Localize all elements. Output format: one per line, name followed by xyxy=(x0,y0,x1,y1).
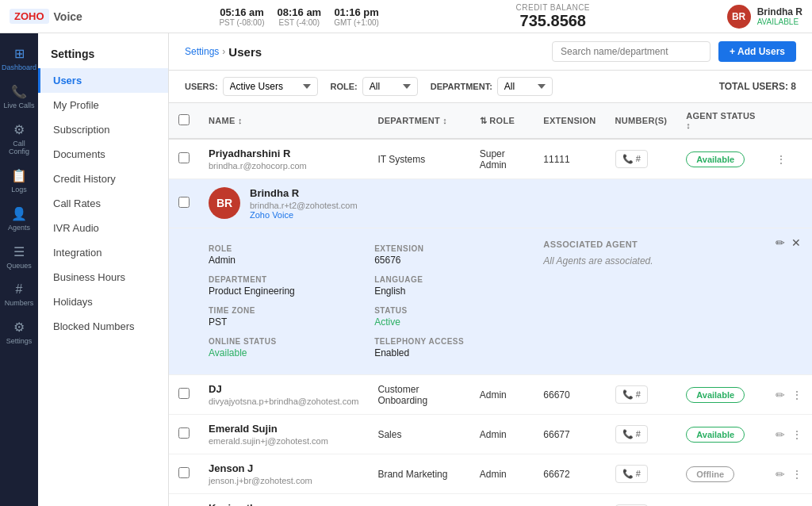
sidebar-label-queues: Queues xyxy=(6,262,32,270)
topbar: ZOHO Voice 05:16 am PST (-08:00) 08:16 a… xyxy=(0,0,812,33)
expanded-detail-row: ROLE Admin EXTENSION 65676 DEPARTMENT Pr… xyxy=(169,228,812,375)
filters-bar: USERS: Active Users Inactive Users All U… xyxy=(169,71,812,103)
role-jenson: Admin xyxy=(470,454,534,494)
language-value: English xyxy=(374,286,524,297)
user-info[interactable]: BR Brindha R AVAILABLE xyxy=(727,5,802,29)
add-users-button[interactable]: + Add Users xyxy=(718,41,796,62)
sidebar-label-numbers: Numbers xyxy=(5,299,34,307)
edit-icon-dj[interactable]: ✏ xyxy=(776,389,785,401)
live-calls-icon: 📞 xyxy=(11,84,27,99)
gmt-value: 01:16 pm xyxy=(334,6,379,18)
row-checkbox-jenson[interactable] xyxy=(178,467,190,478)
expanded-email: brindha.r+t2@zohotest.com xyxy=(250,201,358,210)
number-btn-emerald[interactable]: 📞 # xyxy=(615,425,648,443)
sidebar-item-logs[interactable]: 📋 Logs xyxy=(0,162,38,200)
edit-icon-emerald[interactable]: ✏ xyxy=(776,428,785,441)
col-actions xyxy=(766,103,812,139)
leftnav-item-users[interactable]: Users xyxy=(38,68,168,93)
user-name: Brindha R xyxy=(757,6,802,17)
row-checkbox-brindha[interactable] xyxy=(178,197,190,208)
sidebar-item-live-calls[interactable]: 📞 Live Calls xyxy=(0,78,38,116)
leftnav-item-my-profile[interactable]: My Profile xyxy=(38,93,168,117)
users-table: NAME ↕ DEPARTMENT ↕ ⇅ ROLE EXTENSION NUM… xyxy=(169,103,812,506)
leftnav-item-call-rates[interactable]: Call Rates xyxy=(38,191,168,216)
credit-label: CREDIT BALANCE xyxy=(516,3,591,12)
row-checkbox-emerald[interactable] xyxy=(178,427,190,439)
leftnav-item-holidays[interactable]: Holidays xyxy=(38,289,168,314)
table-row-expanded-brindha[interactable]: BR Brindha R brindha.r+t2@zohotest.com Z… xyxy=(169,179,812,228)
pst-value: 05:16 am xyxy=(219,6,264,18)
row-checkbox-dj[interactable] xyxy=(178,388,190,399)
users-filter-group: USERS: Active Users Inactive Users All U… xyxy=(185,77,318,96)
users-filter-select[interactable]: Active Users Inactive Users All Users xyxy=(223,77,318,96)
all-agents-msg: All Agents are associated. xyxy=(543,255,756,266)
dept-jenson: Brand Marketing xyxy=(368,454,469,494)
agents-icon: 👤 xyxy=(11,206,27,221)
sidebar-item-call-config[interactable]: ⚙ Call Config xyxy=(0,116,38,162)
sidebar-item-queues[interactable]: ☰ Queues xyxy=(0,238,38,276)
status-badge-jenson: Offline xyxy=(686,466,734,482)
expanded-action-icons: ✏ ✕ xyxy=(776,236,802,249)
leftnav-item-documents[interactable]: Documents xyxy=(38,142,168,167)
sidebar: ⊞ Dashboard 📞 Live Calls ⚙ Call Config 📋… xyxy=(0,33,38,506)
edit-icon-brindha[interactable]: ✏ xyxy=(776,236,785,249)
status-value: Active xyxy=(374,316,524,328)
number-btn-priyadharshini[interactable]: 📞 # xyxy=(615,150,648,168)
detail-language: LANGUAGE English xyxy=(374,275,524,297)
main-layout: ⊞ Dashboard 📞 Live Calls ⚙ Call Config 📋… xyxy=(0,33,812,506)
leftnav-item-credit-history[interactable]: Credit History xyxy=(38,167,168,191)
search-input[interactable] xyxy=(552,41,710,62)
sidebar-label-live-calls: Live Calls xyxy=(3,102,34,109)
col-name: NAME ↕ xyxy=(199,103,368,139)
sidebar-item-dashboard[interactable]: ⊞ Dashboard xyxy=(0,40,38,78)
col-agent-status: AGENT STATUS ↕ xyxy=(676,103,766,139)
more-options-icon-priyadharshini[interactable]: ⋮ xyxy=(776,153,787,166)
sidebar-item-settings[interactable]: ⚙ Settings xyxy=(0,313,38,351)
ext-jenson: 66672 xyxy=(534,454,605,494)
detail-online-status: ONLINE STATUS Available xyxy=(209,337,358,358)
leftnav-item-integration[interactable]: Integration xyxy=(38,240,168,265)
dept-filter-select[interactable]: All xyxy=(497,77,553,96)
detail-grid-left: ROLE Admin EXTENSION 65676 DEPARTMENT Pr… xyxy=(209,236,524,366)
leftnav-item-subscription[interactable]: Subscription xyxy=(38,117,168,142)
table-header-row: NAME ↕ DEPARTMENT ↕ ⇅ ROLE EXTENSION NUM… xyxy=(169,103,812,139)
close-icon-brindha[interactable]: ✕ xyxy=(791,236,801,249)
logs-icon: 📋 xyxy=(11,168,27,183)
dept-filter-label: DEPARTMENT: xyxy=(431,82,492,91)
est-label: EST (-4:00) xyxy=(278,18,322,27)
number-btn-dj[interactable]: 📞 # xyxy=(615,385,648,404)
more-options-icon-jenson[interactable]: ⋮ xyxy=(791,468,802,481)
credit-display: CREDIT BALANCE 735.8568 xyxy=(516,3,591,30)
more-options-icon-emerald[interactable]: ⋮ xyxy=(791,428,802,441)
action-icons-dj: ✏ ⋮ xyxy=(776,389,802,401)
status-label: STATUS xyxy=(374,306,524,315)
user-name-emerald: Emerald Sujin xyxy=(209,423,358,435)
select-all-checkbox[interactable] xyxy=(178,114,190,125)
telephony-label: TELEPHONY ACCESS xyxy=(374,337,524,346)
users-table-wrapper: NAME ↕ DEPARTMENT ↕ ⇅ ROLE EXTENSION NUM… xyxy=(169,103,812,506)
number-btn-jenson[interactable]: 📞 # xyxy=(615,465,648,483)
zoho-logo: ZOHO xyxy=(10,9,49,24)
user-email-dj: divyajyotsna.p+brindha@zohotest.com xyxy=(209,397,358,406)
role-filter-select[interactable]: All xyxy=(362,77,418,96)
table-row-emerald: Emerald Sujin emerald.sujin+j@zohotest.c… xyxy=(169,415,812,454)
zoho-voice-link[interactable]: Zoho Voice xyxy=(250,210,358,220)
table-row: Priyadharshini R brindha.r@zohocorp.com … xyxy=(169,139,812,179)
role-kanimuthumaran: Admin xyxy=(470,494,534,507)
role-emerald: Admin xyxy=(470,415,534,454)
detail-timezone: TIME ZONE PST xyxy=(209,306,358,328)
breadcrumb-parent[interactable]: Settings xyxy=(185,46,219,57)
sidebar-item-agents[interactable]: 👤 Agents xyxy=(0,200,38,238)
row-checkbox-priyadharshini[interactable] xyxy=(178,152,190,163)
sidebar-item-numbers[interactable]: # Numbers xyxy=(0,276,38,313)
timezone-value: PST xyxy=(209,316,358,328)
ext-emerald: 66677 xyxy=(534,415,605,454)
pst-label: PST (-08:00) xyxy=(219,18,264,27)
leftnav-item-blocked-numbers[interactable]: Blocked Numbers xyxy=(38,314,168,339)
leftnav-item-business-hours[interactable]: Business Hours xyxy=(38,265,168,289)
expanded-user-info: BR Brindha R brindha.r+t2@zohotest.com Z… xyxy=(209,187,802,220)
leftnav-item-ivr-audio[interactable]: IVR Audio xyxy=(38,216,168,240)
col-department: DEPARTMENT ↕ xyxy=(368,103,469,139)
more-options-icon-dj[interactable]: ⋮ xyxy=(791,389,802,401)
edit-icon-jenson[interactable]: ✏ xyxy=(776,468,785,481)
